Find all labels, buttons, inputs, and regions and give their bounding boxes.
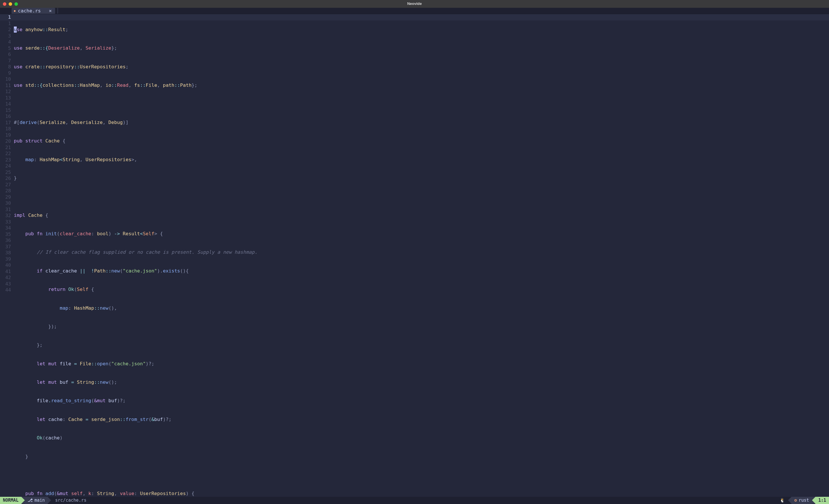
line-number: 16 — [0, 113, 13, 120]
code-line: use serde::{Deserialize, Serialize}; — [14, 45, 829, 51]
line-number: 8 — [0, 64, 13, 70]
line-number: 23 — [0, 157, 13, 163]
maximize-window-button[interactable] — [14, 2, 18, 6]
app-title: Neovide — [0, 1, 829, 6]
editor-viewport[interactable]: 1 1 2 3 4 5 6 7 8 9 10 11 12 13 14 15 16… — [0, 14, 829, 497]
line-number: 24 — [0, 163, 13, 169]
titlebar: Neovide — [0, 0, 829, 8]
git-branch-icon: ⎇ — [28, 498, 33, 503]
statusline: NORMAL ⎇ main src/cache.rs 🐧 ⚙ rust 1:1 — [0, 497, 829, 504]
code-line: } — [14, 175, 829, 181]
line-number: 7 — [0, 58, 13, 64]
git-branch-name: main — [34, 498, 45, 503]
code-line — [14, 101, 829, 107]
tabline: ● cache.rs × │ — [0, 8, 829, 14]
line-number: 9 — [0, 70, 13, 76]
window-controls — [3, 2, 18, 6]
line-number: 37 — [0, 244, 13, 250]
file-path: src/cache.rs — [51, 497, 89, 504]
code-line — [14, 193, 829, 200]
line-number: 26 — [0, 175, 13, 182]
line-number: 15 — [0, 107, 13, 114]
code-line: file.read_to_string(&mut buf)?; — [14, 398, 829, 404]
separator-icon — [812, 497, 816, 504]
line-number: 1 — [0, 21, 13, 27]
code-line: pub struct Cache { — [14, 138, 829, 144]
tab-separator: │ — [56, 8, 59, 14]
line-number: 13 — [0, 95, 13, 101]
line-number: 12 — [0, 88, 13, 95]
code-line: // If clear cache flag supplied or no ca… — [14, 249, 829, 256]
code-line: pub fn init(clear_cache: bool) -> Result… — [14, 231, 829, 237]
line-number: 10 — [0, 76, 13, 82]
line-number: 39 — [0, 256, 13, 262]
linux-icon: 🐧 — [780, 498, 785, 503]
line-number: 35 — [0, 231, 13, 238]
tab-modified-icon: ● — [14, 9, 15, 13]
code-line: map: HashMap<String, UserRepositories>, — [14, 157, 829, 163]
line-number: 5 — [0, 45, 13, 52]
line-number: 38 — [0, 250, 13, 256]
line-number: 21 — [0, 145, 13, 151]
code-line: let mut file = File::open("cache.json")?… — [14, 361, 829, 367]
os-indicator: 🐧 — [777, 497, 788, 504]
code-area[interactable]: use anyhow::Result; use serde::{Deserial… — [14, 14, 829, 497]
code-line: use anyhow::Result; — [14, 27, 829, 33]
line-number: 36 — [0, 237, 13, 244]
tab-close-icon[interactable]: × — [49, 8, 52, 14]
tab-cache-rs[interactable]: ● cache.rs × — [11, 8, 55, 14]
code-line: use std::{collections::HashMap, io::Read… — [14, 82, 829, 88]
close-window-button[interactable] — [3, 2, 6, 6]
git-branch-segment: ⎇ main — [25, 497, 47, 504]
line-number-gutter: 1 1 2 3 4 5 6 7 8 9 10 11 12 13 14 15 16… — [0, 14, 13, 497]
code-line: }); — [14, 323, 829, 330]
code-line: } — [14, 454, 829, 460]
code-line: #[derive(Serialize, Deserialize, Debug)] — [14, 119, 829, 126]
minimize-window-button[interactable] — [9, 2, 12, 6]
line-number: 2 — [0, 27, 13, 33]
line-number: 17 — [0, 120, 13, 126]
tab-filename: cache.rs — [18, 8, 41, 14]
line-number: 27 — [0, 182, 13, 188]
line-number: 19 — [0, 132, 13, 139]
code-line: map: HashMap::new(), — [14, 305, 829, 311]
line-number: 31 — [0, 206, 13, 213]
line-number: 6 — [0, 51, 13, 58]
separator-icon — [21, 497, 25, 504]
line-number: 33 — [0, 219, 13, 225]
line-number: 20 — [0, 138, 13, 145]
code-line: impl Cache { — [14, 212, 829, 219]
line-number: 14 — [0, 101, 13, 107]
line-number: 32 — [0, 212, 13, 219]
code-line: let mut buf = String::new(); — [14, 379, 829, 386]
line-number: 30 — [0, 200, 13, 206]
line-number: 44 — [0, 287, 13, 293]
code-line — [14, 472, 829, 478]
code-line: if clear_cache || !Path::new("cache.json… — [14, 268, 829, 274]
filetype-segment: ⚙ rust — [792, 497, 812, 504]
line-number: 41 — [0, 268, 13, 275]
mode-indicator: NORMAL — [0, 497, 21, 504]
rust-icon: ⚙ — [794, 498, 797, 503]
line-number: 18 — [0, 126, 13, 132]
line-number: 11 — [0, 82, 13, 89]
code-line: use crate::repository::UserRepositories; — [14, 64, 829, 70]
code-line: pub fn add(&mut self, k: String, value: … — [14, 491, 829, 497]
separator-icon — [788, 497, 792, 504]
line-number-current: 1 — [0, 14, 13, 21]
separator-icon — [47, 497, 51, 504]
line-number: 29 — [0, 194, 13, 200]
code-line: let cache: Cache = serde_json::from_str(… — [14, 416, 829, 423]
cursor: u — [14, 27, 17, 33]
line-number: 42 — [0, 274, 13, 281]
cursor-position: 1:1 — [816, 497, 829, 504]
line-number: 28 — [0, 188, 13, 194]
code-line: Ok(cache) — [14, 435, 829, 441]
line-number: 40 — [0, 262, 13, 268]
line-number: 4 — [0, 39, 13, 45]
line-number: 22 — [0, 151, 13, 157]
code-line: }; — [14, 342, 829, 348]
line-number: 25 — [0, 169, 13, 176]
line-number: 3 — [0, 33, 13, 39]
line-number: 43 — [0, 281, 13, 287]
